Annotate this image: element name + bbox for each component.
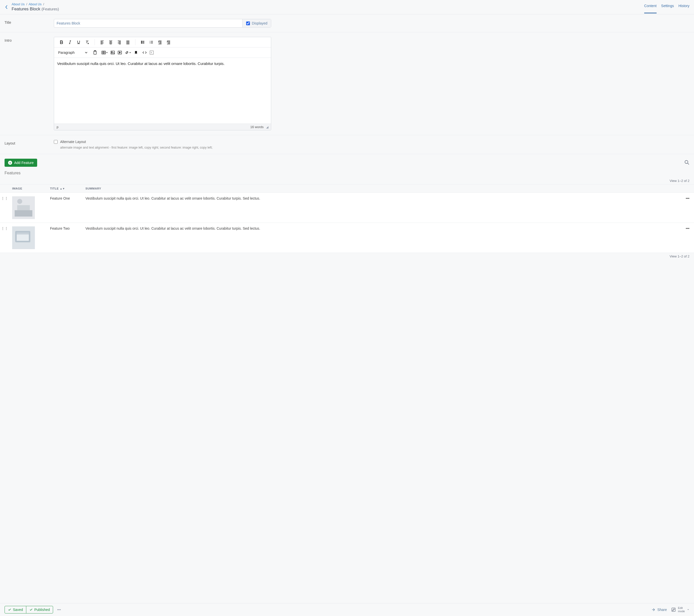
underline-button[interactable] [76,39,81,45]
alternate-layout-checkbox[interactable] [54,140,58,144]
page-title: Features Block [12,6,40,12]
align-center-button[interactable] [108,39,113,45]
svg-text:T: T [151,52,152,54]
align-justify-button[interactable] [125,39,131,45]
row-actions-button[interactable]: ••• [681,223,694,253]
tab-content[interactable]: Content [644,4,657,13]
svg-point-14 [685,161,688,164]
rte-statusbar: p 16 words ◢ [54,124,271,130]
sort-icon: ▲▼ [60,187,65,190]
table-button[interactable] [101,50,108,55]
link-button[interactable] [124,50,132,55]
chevron-down-icon [106,52,108,54]
image-button[interactable] [110,50,115,55]
drag-handle-icon[interactable]: ⋮⋮ [0,223,10,253]
column-header-image[interactable]: IMAGE [10,184,48,193]
title-input[interactable] [54,19,242,27]
feature-summary-cell: Vestibulum suscipit nulla quis orci. Ut … [84,193,681,223]
breadcrumb-link-1[interactable]: About Us [12,2,24,6]
svg-point-0 [141,41,142,41]
resize-handle-icon[interactable]: ◢ [266,125,269,129]
alternate-layout-toggle[interactable]: Alternate Layout [54,140,271,144]
features-table: IMAGE TITLE▲▼ SUMMARY ⋮⋮ Feature One Ves… [0,184,694,253]
search-icon [684,160,690,165]
rte-element-path[interactable]: p [57,125,58,129]
video-button[interactable] [117,50,123,55]
svg-text:3: 3 [150,42,150,44]
svg-point-16 [17,199,22,204]
alternate-layout-label: Alternate Layout [60,140,86,144]
add-feature-label: Add Feature [14,161,34,165]
breadcrumb-separator: / [42,2,45,6]
features-toolbar: + Add Feature [0,154,694,169]
breadcrumb: About Us / About Us / Features Block (Fe… [12,2,644,12]
field-row-title: Title Displayed [0,14,694,32]
drag-handle-icon[interactable]: ⋮⋮ [0,193,10,223]
align-right-button[interactable] [116,39,122,45]
breadcrumb-separator: / [25,2,28,6]
source-code-button[interactable] [142,50,147,55]
tab-settings[interactable]: Settings [661,4,674,11]
plus-circle-icon: + [8,161,12,165]
paste-button[interactable] [92,50,98,55]
add-feature-button[interactable]: + Add Feature [4,159,37,167]
svg-rect-17 [15,210,32,217]
italic-button[interactable] [67,39,73,45]
rte-body[interactable]: Vestibulum suscipit nulla quis orci. Ut … [54,58,271,124]
displayed-label: Displayed [252,21,268,25]
field-label-title: Title [4,19,54,27]
paragraph-label: Paragraph [58,51,75,55]
svg-rect-9 [111,51,114,54]
bookmark-button[interactable] [133,50,139,55]
field-row-layout: Layout Alternate Layout alternate image … [0,135,694,154]
chevron-left-icon [5,5,8,10]
select-all-button[interactable]: T [149,50,154,55]
page-header: About Us / About Us / Features Block (Fe… [0,0,694,14]
field-label-intro: Intro [4,37,54,130]
outdent-button[interactable] [157,39,163,45]
tab-history[interactable]: History [678,4,690,11]
displayed-toggle[interactable]: Displayed [242,19,271,27]
clear-format-button[interactable] [85,39,90,45]
rich-text-editor: 123 Paragraph [54,37,271,130]
rte-word-count: 16 words [250,125,263,129]
chevron-down-icon [85,51,88,54]
alternate-layout-help: alternate image and text alignment - fir… [60,146,271,149]
rte-toolbar-1: 123 [54,37,271,48]
page-title-sub: (Features) [41,7,59,11]
tabs: Content Settings History [644,4,690,11]
back-button[interactable] [1,5,12,10]
column-header-title[interactable]: TITLE▲▼ [48,184,84,193]
column-header-summary[interactable]: SUMMARY [84,184,681,193]
view-count-bottom: View 1–2 of 2 [0,253,694,260]
displayed-checkbox[interactable] [246,21,250,25]
row-actions-button[interactable]: ••• [681,193,694,223]
breadcrumb-link-2[interactable]: About Us [29,2,41,6]
bold-button[interactable] [59,39,64,45]
bullet-list-button[interactable] [140,39,146,45]
rte-toolbar-2: Paragraph T [54,48,271,58]
feature-thumbnail[interactable] [12,196,35,219]
align-left-button[interactable] [99,39,105,45]
svg-point-2 [141,43,142,43]
search-button[interactable] [684,160,690,166]
table-row[interactable]: ⋮⋮ Feature Two Vestibulum suscipit nulla… [0,223,694,253]
field-row-intro: Intro [0,32,694,135]
chevron-down-icon [129,52,131,54]
indent-button[interactable] [166,39,171,45]
feature-title-cell: Feature One [48,193,84,223]
features-section-title: Features [0,169,694,178]
field-label-layout: Layout [4,140,54,149]
view-count-top: View 1–2 of 2 [0,178,694,184]
table-row[interactable]: ⋮⋮ Feature One Vestibulum suscipit nulla… [0,193,694,223]
feature-thumbnail[interactable] [12,226,35,249]
feature-title-cell: Feature Two [48,223,84,253]
numbered-list-button[interactable]: 123 [149,39,154,45]
svg-rect-18 [17,205,30,210]
feature-summary-cell: Vestibulum suscipit nulla quis orci. Ut … [84,223,681,253]
paragraph-format-select[interactable]: Paragraph [57,49,89,56]
svg-point-1 [141,42,142,42]
svg-rect-6 [94,51,96,54]
